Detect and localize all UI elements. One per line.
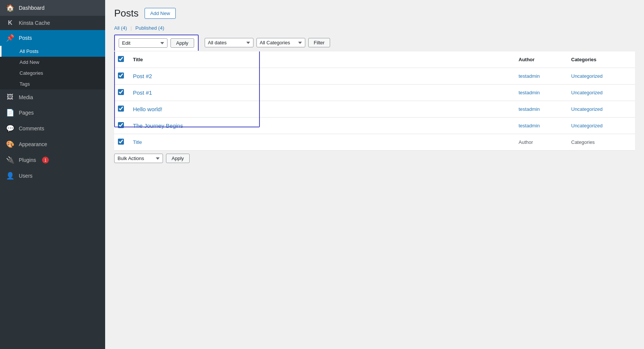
row-title-link-3[interactable]: The Journey Begins <box>133 122 183 129</box>
table-footer-row: Title Author Categories <box>114 134 635 151</box>
sidebar-item-posts[interactable]: 📌 Posts <box>0 30 105 46</box>
page-title: Posts <box>114 8 139 19</box>
sidebar-item-label: Comments <box>19 125 44 131</box>
sidebar-item-users[interactable]: 👤 Users <box>0 168 105 184</box>
row-category-cell: Uncategorized <box>567 118 635 134</box>
row-author-cell: testadmin <box>515 101 567 118</box>
bulk-actions-top: Edit Move to Trash Apply <box>114 35 199 51</box>
plugins-badge: 1 <box>42 157 49 163</box>
posts-table: Title Author Categories Post #2 testadmi… <box>114 51 635 151</box>
table-row: The Journey Begins testadmin Uncategoriz… <box>114 118 635 134</box>
sidebar-item-label: Pages <box>19 110 34 116</box>
row-author-link-1[interactable]: testadmin <box>519 90 540 95</box>
row-author-cell: testadmin <box>515 118 567 134</box>
row-category-link-0[interactable]: Uncategorized <box>571 73 603 79</box>
main-content: Posts Add New All (4) | Published (4) Ed… <box>105 0 644 349</box>
sidebar-item-label: Posts <box>19 35 32 41</box>
top-bar-row: Edit Move to Trash Apply All dates All C… <box>114 35 635 51</box>
row-category-cell: Uncategorized <box>567 85 635 101</box>
table-row: Hello world! testadmin Uncategorized <box>114 101 635 118</box>
row-title-cell: The Journey Begins <box>129 118 515 134</box>
header-author-col: Author <box>515 51 567 68</box>
row-title-link-0[interactable]: Post #2 <box>133 73 152 79</box>
add-new-button[interactable]: Add New <box>145 8 176 19</box>
apply-bottom-button[interactable]: Apply <box>166 154 190 163</box>
sidebar-item-label: Media <box>19 94 33 100</box>
bulk-action-bottom-select[interactable]: Bulk Actions Edit Move to Trash <box>114 154 163 163</box>
header-categories-col: Categories <box>567 51 635 68</box>
table-header-row: Title Author Categories <box>114 51 635 68</box>
sidebar-item-add-new[interactable]: Add New <box>0 57 105 68</box>
filter-button[interactable]: Filter <box>308 38 330 47</box>
row-author-cell: testadmin <box>515 68 567 85</box>
apply-top-button[interactable]: Apply <box>170 38 194 48</box>
row-checkbox-3[interactable] <box>118 122 124 128</box>
bulk-action-top-select[interactable]: Edit Move to Trash <box>119 38 167 48</box>
row-author-link-3[interactable]: testadmin <box>519 123 540 128</box>
kinsta-icon: K <box>6 20 14 26</box>
row-title-cell: Hello world! <box>129 101 515 118</box>
posts-table-wrapper: Title Author Categories Post #2 testadmi… <box>114 51 635 151</box>
row-title-cell: Post #1 <box>129 85 515 101</box>
sidebar-item-media[interactable]: 🖼 Media <box>0 89 105 105</box>
row-category-link-1[interactable]: Uncategorized <box>571 90 603 95</box>
row-category-link-2[interactable]: Uncategorized <box>571 106 603 112</box>
sidebar-item-label: Kinsta Cache <box>19 20 50 26</box>
table-row: Post #1 testadmin Uncategorized <box>114 85 635 101</box>
row-checkbox-1[interactable] <box>118 89 124 95</box>
row-title-link-1[interactable]: Post #1 <box>133 89 152 96</box>
bulk-actions-bottom: Bulk Actions Edit Move to Trash Apply <box>114 151 635 166</box>
select-all-bottom-checkbox[interactable] <box>118 139 124 145</box>
posts-submenu: All Posts Add New Categories Tags <box>0 46 105 89</box>
pages-icon: 📄 <box>6 109 14 117</box>
footer-checkbox-col <box>114 134 129 151</box>
row-category-cell: Uncategorized <box>567 101 635 118</box>
sidebar-item-kinsta[interactable]: K Kinsta Cache <box>0 16 105 30</box>
sidebar-item-tags[interactable]: Tags <box>0 79 105 89</box>
footer-categories-col: Categories <box>567 134 635 151</box>
row-author-link-0[interactable]: testadmin <box>519 73 540 79</box>
filter-right: All dates All Categories Filter <box>205 38 330 47</box>
row-author-link-2[interactable]: testadmin <box>519 106 540 112</box>
filter-published-link[interactable]: Published (4) <box>136 25 164 31</box>
row-checkbox-cell <box>114 118 129 134</box>
appearance-icon: 🎨 <box>6 140 14 148</box>
table-row: Post #2 testadmin Uncategorized <box>114 68 635 85</box>
row-checkbox-cell <box>114 68 129 85</box>
categories-filter-select[interactable]: All Categories <box>256 38 305 47</box>
row-checkbox-cell <box>114 101 129 118</box>
users-icon: 👤 <box>6 172 14 180</box>
sidebar: 🏠 Dashboard K Kinsta Cache 📌 Posts All P… <box>0 0 105 349</box>
header-title-col: Title <box>129 51 515 68</box>
sidebar-item-plugins[interactable]: 🔌 Plugins 1 <box>0 152 105 168</box>
select-all-top-checkbox[interactable] <box>118 56 124 62</box>
dashboard-icon: 🏠 <box>6 4 14 12</box>
plugins-icon: 🔌 <box>6 156 14 164</box>
page-header: Posts Add New <box>114 8 635 19</box>
header-checkbox-col <box>114 51 129 68</box>
sidebar-item-all-posts[interactable]: All Posts <box>0 46 105 57</box>
sidebar-item-dashboard[interactable]: 🏠 Dashboard <box>0 0 105 16</box>
sidebar-item-label: Users <box>19 173 33 179</box>
posts-icon: 📌 <box>6 34 14 42</box>
comments-icon: 💬 <box>6 124 14 133</box>
filter-sep: | <box>131 25 132 31</box>
sidebar-item-label: Appearance <box>19 141 47 147</box>
row-title-link-2[interactable]: Hello world! <box>133 106 162 112</box>
row-checkbox-0[interactable] <box>118 73 124 79</box>
sidebar-item-pages[interactable]: 📄 Pages <box>0 105 105 121</box>
sidebar-item-appearance[interactable]: 🎨 Appearance <box>0 136 105 152</box>
row-checkbox-2[interactable] <box>118 106 124 112</box>
row-checkbox-cell <box>114 85 129 101</box>
media-icon: 🖼 <box>6 93 14 101</box>
sidebar-item-label: Dashboard <box>19 5 45 11</box>
row-category-link-3[interactable]: Uncategorized <box>571 123 603 128</box>
filter-all-link[interactable]: All (4) <box>114 25 127 31</box>
footer-author-col: Author <box>515 134 567 151</box>
dates-filter-select[interactable]: All dates <box>205 38 253 47</box>
sidebar-item-categories[interactable]: Categories <box>0 68 105 79</box>
sidebar-item-comments[interactable]: 💬 Comments <box>0 121 105 136</box>
footer-title-link[interactable]: Title <box>133 139 142 145</box>
sidebar-item-label: Plugins <box>19 157 36 163</box>
footer-title-col: Title <box>129 134 515 151</box>
